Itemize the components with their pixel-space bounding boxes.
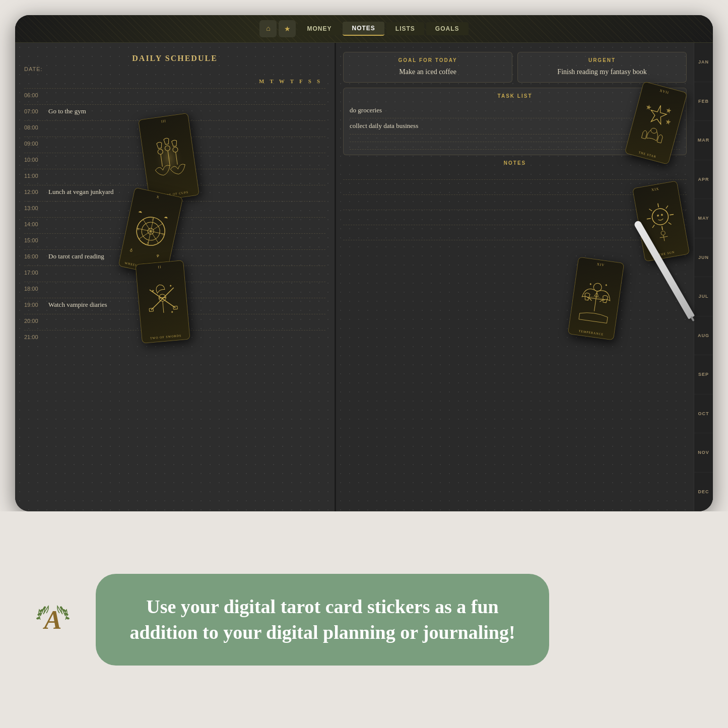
tarot-card-two-of-swords: II <box>135 260 190 344</box>
right-page: GOAL FOR TODAY Make an iced coffee URGEN… <box>336 43 713 511</box>
svg-text:R: R <box>137 227 140 231</box>
svg-marker-35 <box>665 118 672 125</box>
logo-circle: A <box>30 597 76 642</box>
svg-line-41 <box>670 214 674 215</box>
svg-line-39 <box>662 226 663 230</box>
urgent-text: Finish reading my fantasy book <box>524 67 680 77</box>
task-title: TASK LIST <box>350 93 680 99</box>
svg-point-48 <box>661 231 666 235</box>
promo-bubble: Use your digital tarot card stickers as … <box>96 574 549 666</box>
month-mar[interactable]: MAR <box>694 121 713 160</box>
svg-line-24 <box>163 301 164 313</box>
svg-point-36 <box>650 127 657 134</box>
left-page: DAILY SCHEDULE DATE: M T W T F S S 06:00… <box>15 43 336 511</box>
dow-header: M T W T F S S <box>24 78 325 84</box>
schedule-title: DAILY SCHEDULE <box>24 54 325 63</box>
svg-text:✦: ✦ <box>604 283 608 288</box>
notes-line-5 <box>343 229 687 240</box>
svg-text:✦: ✦ <box>170 310 174 314</box>
home-icon[interactable]: ⌂ <box>259 20 277 37</box>
svg-marker-34 <box>666 107 672 114</box>
svg-line-23 <box>159 297 166 298</box>
tarot-card-temperance: XIV <box>568 256 625 340</box>
month-tabs: JAN FEB MAR APR MAY JUN JUL AUG SEP OCT … <box>694 43 713 511</box>
notes-title: NOTES <box>343 160 687 166</box>
tab-money[interactable]: MONEY <box>298 22 341 35</box>
svg-text:✦: ✦ <box>588 282 592 286</box>
month-jun[interactable]: JUN <box>694 238 713 278</box>
svg-point-46 <box>657 215 659 217</box>
goal-title: GOAL FOR TODAY <box>350 57 506 63</box>
top-sections-row: GOAL FOR TODAY Make an iced coffee URGEN… <box>343 52 687 83</box>
month-feb[interactable]: FEB <box>694 82 713 121</box>
star-icon[interactable]: ★ <box>279 20 296 37</box>
svg-line-43 <box>669 222 672 225</box>
logo-letter: A <box>44 605 62 635</box>
urgent-section: URGENT Finish reading my fantasy book <box>517 52 687 83</box>
date-label: DATE: <box>24 66 325 72</box>
tab-notes[interactable]: NOTES <box>343 22 384 36</box>
month-jan[interactable]: JAN <box>694 43 713 82</box>
notes-line-1 <box>343 169 687 180</box>
goal-section: GOAL FOR TODAY Make an iced coffee <box>343 52 512 83</box>
svg-point-37 <box>651 208 670 226</box>
svg-text:☁: ☁ <box>138 209 143 214</box>
urgent-title: URGENT <box>524 57 680 63</box>
time-slot-0600: 06:00 <box>24 88 325 104</box>
promo-area: A Use your digital tarot card stickers a… <box>0 511 728 728</box>
logo-area: A <box>30 597 76 642</box>
tab-lists[interactable]: LISTS <box>386 22 424 35</box>
goal-text: Make an iced coffee <box>350 67 506 77</box>
svg-line-42 <box>649 209 652 212</box>
svg-line-38 <box>658 204 658 208</box>
svg-line-40 <box>647 218 651 219</box>
svg-line-45 <box>652 225 655 228</box>
tablet-frame: ⌂ ★ MONEY NOTES LISTS GOALS DAILY SCHEDU… <box>15 15 713 511</box>
svg-text:A: A <box>147 241 150 245</box>
tab-goals[interactable]: GOALS <box>426 22 469 35</box>
svg-marker-32 <box>648 103 669 125</box>
month-sep[interactable]: SEP <box>694 355 713 394</box>
month-dec[interactable]: DEC <box>694 473 713 512</box>
svg-point-47 <box>661 214 664 216</box>
svg-text:♁: ♁ <box>129 248 134 253</box>
nav-tabs: ⌂ ★ MONEY NOTES LISTS GOALS <box>259 20 468 37</box>
right-main-content: GOAL FOR TODAY Make an iced coffee URGEN… <box>336 43 694 511</box>
svg-text:T: T <box>152 218 154 221</box>
svg-text:☁: ☁ <box>164 214 169 219</box>
svg-line-44 <box>666 206 669 209</box>
planner-area: DAILY SCHEDULE DATE: M T W T F S S 06:00… <box>15 43 713 511</box>
svg-text:✦: ✦ <box>169 284 173 288</box>
month-aug[interactable]: AUG <box>694 316 713 356</box>
promo-text: Use your digital tarot card stickers as … <box>126 594 519 646</box>
month-oct[interactable]: OCT <box>694 394 713 434</box>
svg-line-49 <box>664 235 665 241</box>
task-item-1: do groceries <box>350 103 680 119</box>
svg-line-13 <box>139 219 162 243</box>
nav-bar: ⌂ ★ MONEY NOTES LISTS GOALS <box>15 15 713 43</box>
month-may[interactable]: MAY <box>694 199 713 238</box>
month-jul[interactable]: JUL <box>694 277 713 316</box>
svg-text:♆: ♆ <box>155 253 160 258</box>
month-apr[interactable]: APR <box>694 160 713 200</box>
svg-text:✦: ✦ <box>152 289 155 293</box>
svg-marker-33 <box>645 104 652 110</box>
month-nov[interactable]: NOV <box>694 433 713 473</box>
